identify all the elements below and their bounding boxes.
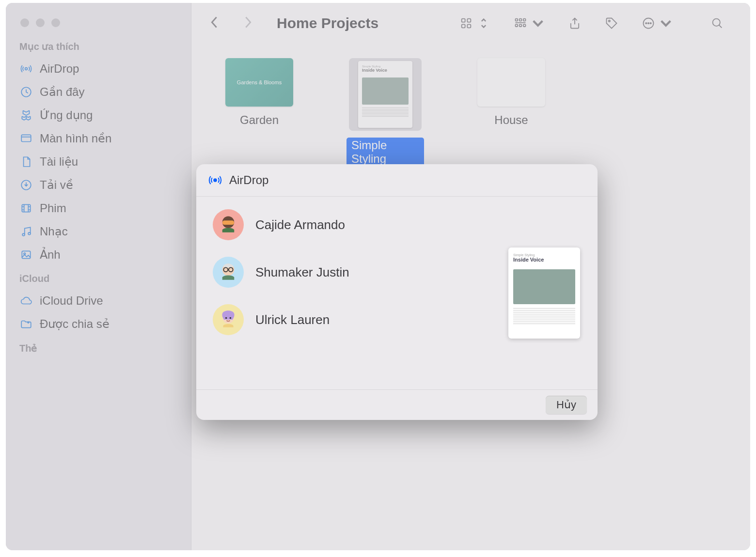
sheet-body: Cajide Armando Shumaker Justin Ulrick La… [196, 197, 598, 389]
airdrop-contact[interactable]: Ulrick Lauren [213, 304, 474, 335]
airdrop-sheet: AirDrop Cajide Armando Shumaker Justin [196, 164, 598, 420]
svg-point-26 [214, 179, 217, 182]
contact-name: Cajide Armando [255, 217, 345, 232]
contact-name: Shumaker Justin [255, 265, 349, 280]
cancel-button[interactable]: Hủy [546, 396, 587, 414]
avatar [213, 257, 244, 288]
avatar [213, 209, 244, 240]
airdrop-contact[interactable]: Shumaker Justin [213, 257, 474, 288]
svg-rect-28 [222, 220, 235, 225]
sheet-title: AirDrop [229, 173, 268, 187]
contact-name: Ulrick Lauren [255, 312, 330, 327]
contact-list: Cajide Armando Shumaker Justin Ulrick La… [196, 197, 491, 389]
preview-document: Simple Styling Inside Voice [508, 248, 580, 339]
sheet-footer: Hủy [196, 389, 598, 420]
airdrop-contact[interactable]: Cajide Armando [213, 209, 474, 240]
svg-point-34 [230, 317, 232, 319]
sheet-header: AirDrop [196, 164, 598, 197]
avatar [213, 304, 244, 335]
svg-point-33 [225, 317, 227, 319]
share-preview: Simple Styling Inside Voice [491, 197, 598, 389]
airdrop-icon [208, 173, 222, 187]
finder-window: Mục ưa thích AirDrop Gần đây Ứng dụng Mà… [6, 3, 750, 550]
